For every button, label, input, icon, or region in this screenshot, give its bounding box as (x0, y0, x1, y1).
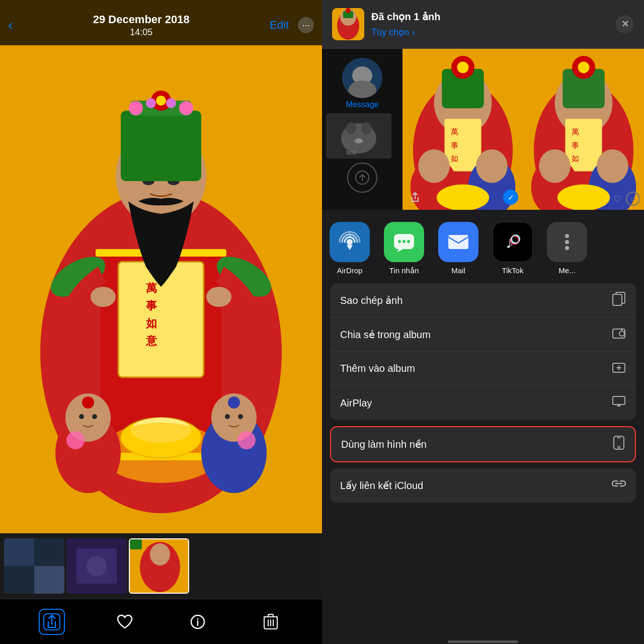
photo-header: ‹ 29 December 2018 14:05 Edit ··· (0, 0, 322, 45)
svg-point-35 (228, 396, 240, 409)
svg-point-70 (346, 122, 356, 134)
svg-point-45 (87, 556, 107, 576)
filmstrip-item[interactable] (66, 538, 127, 594)
filmstrip-item-current[interactable] (129, 538, 189, 594)
svg-point-48 (150, 543, 170, 566)
svg-point-32 (92, 414, 97, 419)
airplay-action[interactable]: AirPlay (330, 386, 636, 420)
svg-point-53 (197, 618, 198, 619)
message-label: Message (326, 100, 398, 109)
wallpaper-action[interactable]: Dùng làm hình nền (331, 427, 635, 461)
share-header: Đã chọn 1 ảnh Tùy chọn › ✕ (322, 0, 644, 49)
svg-text:萬: 萬 (146, 282, 157, 294)
selected-badge: ✓ (503, 190, 518, 205)
svg-point-23 (91, 287, 116, 307)
share-title: Đã chọn 1 ảnh (371, 11, 609, 23)
edit-button[interactable]: Edit (270, 19, 289, 32)
svg-point-64 (346, 8, 351, 13)
close-button[interactable]: ✕ (616, 15, 634, 33)
svg-text:如: 如 (145, 317, 157, 330)
svg-point-38 (66, 431, 85, 449)
share-album-action[interactable]: Chia sẻ trong album (330, 317, 636, 352)
svg-rect-110 (448, 235, 468, 249)
photo-toolbar (0, 599, 322, 644)
svg-point-117 (565, 246, 569, 250)
copy-photo-action[interactable]: Sao chép ảnh (330, 283, 636, 317)
svg-point-22 (166, 98, 176, 108)
photo-filmstrip[interactable] (0, 533, 322, 599)
messages-label: Tin nhắn (389, 266, 419, 275)
svg-point-21 (146, 98, 156, 108)
airdrop-label: AirDrop (337, 266, 363, 275)
photo-thumbnail-1[interactable]: 萬 事 如 ✓ (403, 49, 523, 210)
contact-avatar (342, 58, 382, 98)
tiktok-icon: ♪ (493, 222, 533, 262)
svg-text:事: 事 (451, 141, 458, 149)
wallpaper-label: Dùng làm hình nền (341, 438, 427, 450)
mail-app[interactable]: Mail (436, 222, 481, 275)
selected-photo-thumbnail (332, 8, 364, 40)
deity-image: 萬 事 如 意 (0, 0, 322, 533)
left-panel: ‹ 29 December 2018 14:05 Edit ··· (0, 0, 322, 644)
filmstrip-item[interactable] (4, 538, 64, 594)
favorite-button[interactable] (112, 609, 138, 635)
share-album-label: Chia sẻ trong album (340, 329, 431, 341)
photo-date: 29 December 2018 (93, 13, 190, 26)
more-label: Me... (558, 266, 575, 275)
info-button[interactable] (185, 609, 211, 635)
svg-text:如: 如 (572, 154, 579, 163)
svg-point-89 (437, 185, 489, 210)
airplay-icon (612, 394, 626, 412)
add-album-action[interactable]: Thêm vào album (330, 352, 636, 386)
back-button[interactable]: ‹ (8, 17, 13, 33)
phone-icon (613, 436, 625, 453)
delete-button[interactable] (258, 609, 284, 635)
svg-point-37 (238, 414, 243, 419)
mail-icon (438, 222, 478, 262)
svg-point-107 (398, 240, 401, 243)
svg-rect-81 (444, 119, 481, 171)
svg-point-115 (565, 234, 569, 238)
svg-text:food: food (346, 150, 356, 155)
airdrop-app[interactable]: AirDrop (327, 222, 372, 275)
svg-text:事: 事 (572, 141, 579, 149)
main-photo: 萬 事 如 意 (0, 0, 322, 533)
options-button[interactable]: Tùy chọn › (371, 27, 609, 38)
messages-icon (384, 222, 424, 262)
share-apps-row: AirDrop Tin nhắn Mail (322, 210, 644, 283)
svg-point-24 (206, 287, 231, 307)
action-list: Sao chép ảnh Chia sẻ trong album (322, 283, 644, 639)
more-app[interactable]: Me... (544, 222, 590, 275)
svg-point-19 (129, 101, 143, 115)
icloud-link-action[interactable]: Lấy liên kết iCloud (330, 468, 636, 503)
svg-rect-49 (130, 539, 142, 549)
more-button[interactable]: ··· (298, 17, 314, 33)
copy-icon (612, 292, 626, 309)
messages-app[interactable]: Tin nhắn (381, 222, 427, 275)
svg-text:事: 事 (146, 299, 157, 312)
svg-point-36 (225, 414, 230, 419)
share-button[interactable] (39, 609, 65, 635)
icloud-link-label: Lấy liên kết iCloud (340, 479, 423, 492)
photo-thumbnail-2[interactable]: 萬 事 如 ♡ ○ (523, 49, 644, 210)
wallpaper-section: Dùng làm hình nền (330, 426, 636, 462)
svg-point-104 (557, 185, 610, 210)
svg-point-103 (597, 149, 628, 183)
more-icon (547, 222, 587, 262)
share-info: Đã chọn 1 ảnh Tùy chọn › (371, 11, 609, 38)
svg-point-71 (361, 122, 371, 134)
svg-rect-56 (268, 614, 273, 617)
mail-label: Mail (451, 266, 465, 275)
bottom-handle (322, 639, 644, 644)
tiktok-app[interactable]: ♪ TikTok (490, 222, 535, 275)
add-album-label: Thêm vào album (340, 363, 415, 374)
photo-time: 14:05 (93, 27, 190, 38)
svg-point-30 (82, 396, 94, 409)
svg-point-101 (539, 149, 571, 183)
photo-share-icon[interactable] (408, 190, 423, 205)
send-button[interactable] (347, 163, 377, 193)
svg-text:萬: 萬 (572, 128, 579, 136)
svg-point-39 (237, 431, 256, 449)
airplay-label: AirPlay (340, 397, 372, 409)
svg-text:如: 如 (451, 154, 458, 163)
